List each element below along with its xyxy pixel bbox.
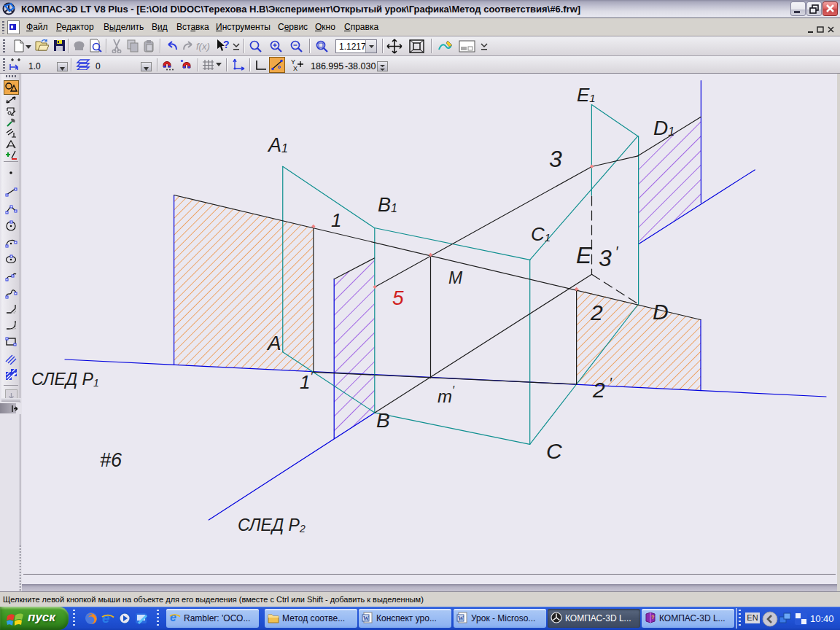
svg-text:C1: C1 [531, 223, 551, 245]
svg-text:3: 3 [549, 146, 562, 172]
svg-text:E1: E1 [577, 84, 596, 106]
svg-text:1′: 1′ [300, 370, 313, 393]
svg-text:2: 2 [590, 300, 603, 324]
svg-text:1: 1 [331, 209, 341, 231]
svg-text:C: C [546, 439, 562, 463]
svg-text:D: D [653, 300, 669, 324]
svg-text:E: E [576, 242, 592, 268]
svg-text:B1: B1 [378, 194, 397, 216]
svg-text:2 ′: 2 ′ [592, 375, 612, 402]
svg-text:3′: 3′ [599, 244, 619, 271]
svg-text:X: X [293, 65, 298, 71]
svg-text:B: B [376, 409, 390, 432]
svg-text:СЛЕД P1: СЛЕД P1 [31, 370, 99, 389]
svg-text:?: ? [651, 615, 654, 620]
svg-text:W: W [363, 615, 369, 622]
svg-text:#6: #6 [100, 449, 122, 471]
svg-text:e: e [102, 612, 110, 625]
svg-text:A1: A1 [267, 134, 288, 156]
svg-text:e: e [170, 612, 176, 623]
svg-text:СЛЕД P2: СЛЕД P2 [238, 516, 306, 534]
svg-text:W: W [458, 615, 464, 622]
svg-text:D1: D1 [653, 117, 674, 139]
svg-text:A: A [266, 332, 281, 354]
svg-text:m′: m′ [438, 384, 455, 406]
svg-text:M: M [448, 268, 463, 287]
svg-text:?: ? [223, 39, 230, 50]
svg-text:5: 5 [392, 287, 404, 309]
